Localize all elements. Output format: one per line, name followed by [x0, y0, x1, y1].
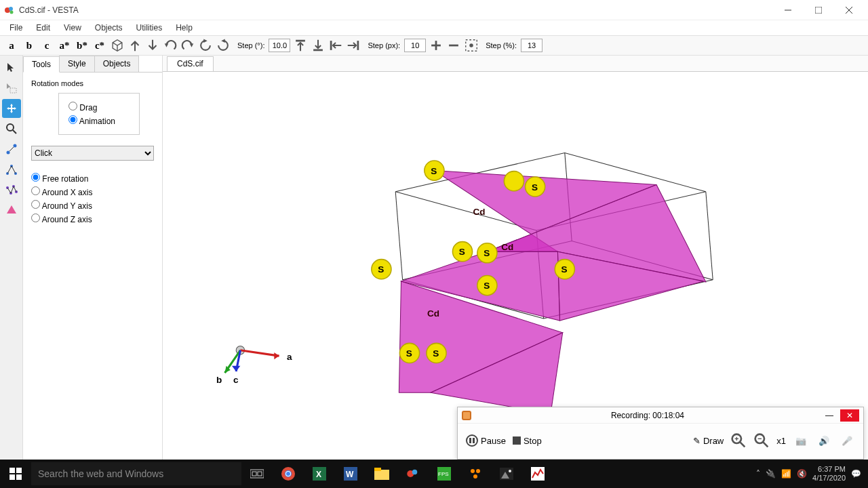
tab-tools[interactable]: Tools [23, 56, 60, 73]
rotate-ccw-icon[interactable] [198, 38, 213, 53]
svg-text:a: a [287, 352, 292, 362]
radio-around-x[interactable]: Around X axis [31, 186, 154, 197]
click-select[interactable]: Click [31, 146, 154, 161]
doc-tab[interactable]: CdS.cif [167, 56, 214, 71]
word-icon[interactable]: W [335, 460, 366, 488]
task-view-icon[interactable] [241, 460, 273, 488]
svg-text:S: S [484, 281, 490, 291]
move-tool[interactable] [2, 99, 21, 118]
stop-button[interactable]: Stop [513, 436, 542, 446]
tray-volume-icon[interactable]: 🔇 [797, 469, 807, 479]
tray-power-icon[interactable]: 🔌 [766, 469, 776, 479]
shift-up-icon[interactable] [293, 38, 308, 53]
redo-icon[interactable] [180, 38, 195, 53]
svg-rect-98 [252, 472, 256, 476]
svg-point-103 [286, 472, 290, 476]
taskbar-search[interactable]: Search the web and Windows [31, 462, 241, 485]
zoom-in-icon[interactable] [730, 432, 747, 449]
chrome-icon[interactable] [273, 460, 304, 488]
axis-a-button[interactable]: a [4, 38, 19, 53]
app-icon-2[interactable] [522, 460, 553, 488]
explorer-icon[interactable] [366, 460, 397, 488]
menu-file[interactable]: File [3, 22, 29, 34]
svg-rect-109 [374, 468, 381, 471]
toolbar: a b c a* b* c* Step (°): Step (px): Step… [0, 35, 868, 56]
undo-icon[interactable] [163, 38, 178, 53]
svg-rect-108 [374, 470, 389, 480]
svg-text:S: S [484, 248, 490, 258]
excel-icon[interactable]: X [304, 460, 335, 488]
speaker-icon[interactable]: 🔊 [816, 432, 832, 449]
axis-c-button[interactable]: c [39, 38, 54, 53]
radio-around-y[interactable]: Around Y axis [31, 200, 154, 211]
axis-bstar-button[interactable]: b* [75, 38, 90, 53]
dihedral-tool[interactable] [2, 180, 21, 199]
svg-rect-95 [9, 474, 15, 480]
svg-marker-11 [165, 43, 169, 47]
webcam-icon[interactable]: 📷 [793, 432, 809, 449]
svg-rect-96 [16, 474, 22, 480]
step-pct-label: Step (%): [481, 41, 518, 49]
tab-style[interactable]: Style [59, 56, 95, 72]
rotate-up-icon[interactable] [127, 38, 142, 53]
shift-right-icon[interactable] [346, 38, 361, 53]
rotate-down-icon[interactable] [145, 38, 160, 53]
radio-free-rotation[interactable]: Free rotation [31, 173, 154, 184]
fit-icon[interactable] [464, 38, 479, 53]
menu-edit[interactable]: Edit [29, 22, 57, 34]
cube-icon[interactable] [110, 38, 125, 53]
minus-icon[interactable] [446, 38, 461, 53]
axis-astar-button[interactable]: a* [57, 38, 72, 53]
svg-point-67 [504, 171, 524, 191]
app-icon-1[interactable] [460, 460, 491, 488]
recorder-minimize[interactable]: — [820, 409, 839, 422]
rotate-cw-icon[interactable] [216, 38, 231, 53]
3d-viewport[interactable]: a b c [163, 72, 868, 460]
svg-marker-14 [221, 39, 225, 43]
title-bar: CdS.cif - VESTA [0, 0, 868, 20]
step-pct-input[interactable] [521, 39, 542, 52]
vesta-taskbar-icon[interactable] [397, 460, 429, 488]
menu-help[interactable]: Help [169, 22, 199, 34]
radio-around-z[interactable]: Around Z axis [31, 214, 154, 224]
draw-button[interactable]: ✎ Draw [693, 436, 724, 446]
pause-button[interactable]: Pause [466, 434, 506, 447]
menu-objects[interactable]: Objects [88, 22, 130, 34]
plus-icon[interactable] [429, 38, 443, 53]
shift-down-icon[interactable] [311, 38, 326, 53]
minimize-button[interactable] [772, 1, 803, 20]
plane-tool[interactable] [2, 201, 21, 220]
radio-drag[interactable]: Drag [68, 102, 130, 113]
svg-line-52 [395, 192, 402, 280]
step-deg-input[interactable] [269, 39, 290, 52]
start-button[interactable] [0, 460, 31, 488]
axis-cstar-button[interactable]: c* [92, 38, 107, 53]
radio-animation[interactable]: Animation [68, 115, 130, 126]
angle-tool[interactable] [2, 160, 21, 179]
tab-objects[interactable]: Objects [94, 56, 140, 72]
menu-utilities[interactable]: Utilities [130, 22, 170, 34]
mic-icon[interactable]: 🎤 [839, 432, 855, 449]
zoom-out-icon[interactable] [753, 432, 770, 449]
recorder-window[interactable]: Recording: 00:18:04 — ✕ Pause Stop ✎ Dra… [457, 407, 864, 460]
photos-icon[interactable] [491, 460, 522, 488]
taskbar-clock[interactable]: 6:37 PM 4/17/2020 [812, 465, 846, 483]
distance-tool[interactable] [2, 140, 21, 159]
tray-wifi-icon[interactable]: 📶 [781, 469, 791, 479]
tray-chevron-icon[interactable]: ˄ [756, 469, 760, 479]
zoom-tool[interactable] [2, 119, 21, 138]
svg-line-28 [13, 130, 16, 134]
select-rect-tool[interactable] [2, 79, 21, 98]
pointer-tool[interactable] [2, 58, 21, 77]
fps-icon[interactable]: FPS [429, 460, 460, 488]
maximize-button[interactable] [803, 1, 833, 20]
svg-text:b: b [216, 375, 222, 385]
notifications-icon[interactable]: 💬 [851, 469, 861, 479]
recorder-close[interactable]: ✕ [840, 409, 859, 422]
step-px-input[interactable] [404, 39, 426, 52]
svg-text:S: S [532, 182, 538, 192]
close-button[interactable] [833, 1, 864, 20]
shift-left-icon[interactable] [328, 38, 343, 53]
menu-view[interactable]: View [57, 22, 88, 34]
axis-b-button[interactable]: b [22, 38, 37, 53]
